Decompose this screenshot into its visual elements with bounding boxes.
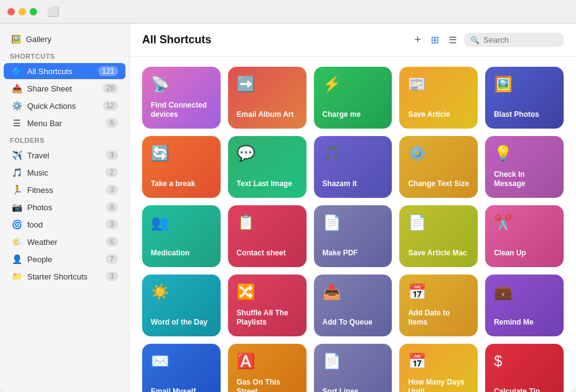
close-button[interactable] (7, 8, 15, 15)
shortcut-card[interactable]: 📄 Sort Lines (314, 344, 392, 392)
shortcut-label: How Many Days Until (408, 378, 469, 392)
page-title: All Shortcuts (142, 33, 404, 46)
all-shortcuts-icon: 🔷 (11, 66, 22, 76)
add-button[interactable]: + (412, 31, 423, 49)
maximize-button[interactable] (30, 8, 37, 15)
shortcut-card[interactable]: 🅰️ Gas On This Street (228, 344, 307, 392)
photos-label: Photos (27, 203, 101, 212)
menu-bar-count: 6 (106, 118, 118, 128)
sidebar-item-gallery[interactable]: 🖼️ Gallery (4, 32, 125, 47)
list-view-button[interactable]: ☰ (446, 32, 459, 48)
shortcut-label: Make PDF (323, 249, 384, 258)
shortcut-icon: 📅 (408, 283, 469, 300)
all-shortcuts-count: 121 (98, 66, 118, 76)
sidebar-item-share-sheet[interactable]: 📤 Share Sheet 28 (4, 80, 125, 96)
sidebar-item-menu-bar[interactable]: ☰ Menu Bar 6 (4, 115, 125, 131)
main-layout: 🖼️ Gallery Shortcuts 🔷 All Shortcuts 121… (0, 23, 576, 392)
shortcut-card[interactable]: 💡 Check In Message (485, 136, 564, 198)
people-icon: 👤 (11, 254, 22, 264)
gallery-icon: 🖼️ (11, 35, 21, 44)
shortcut-card[interactable]: 📡 Find Connected devices (142, 67, 221, 129)
shortcut-card[interactable]: 📅 Add Date to Items (399, 275, 478, 336)
shortcut-card[interactable]: 💬 Text Last Image (228, 136, 307, 198)
all-shortcuts-label: All Shortcuts (27, 67, 93, 76)
shortcut-card[interactable]: ➡️ Email Album Art (228, 67, 307, 129)
sidebar-item-travel[interactable]: ✈️ Travel 3 (4, 147, 125, 163)
sidebar: 🖼️ Gallery Shortcuts 🔷 All Shortcuts 121… (0, 23, 130, 392)
minimize-button[interactable] (19, 8, 26, 15)
sidebar-item-people[interactable]: 👤 People 7 (4, 251, 125, 267)
shortcut-card[interactable]: 👥 Medication (142, 205, 221, 267)
weather-icon: 🌤️ (11, 237, 22, 247)
shortcut-label: Email Myself (151, 387, 212, 392)
shortcut-icon: 🖼️ (494, 75, 555, 93)
shortcut-card[interactable]: ⚡ Charge me (314, 67, 392, 129)
shortcut-icon: 🔀 (237, 283, 298, 300)
gallery-label: Gallery (26, 35, 51, 44)
sidebar-item-photos[interactable]: 📷 Photos 8 (4, 199, 125, 215)
shortcut-icon: ☀️ (151, 283, 212, 300)
photos-icon: 📷 (11, 202, 22, 212)
shortcut-label: Blast Photos (494, 110, 555, 120)
quick-actions-label: Quick Actions (27, 101, 98, 111)
shortcut-card[interactable]: 📅 How Many Days Until (399, 344, 478, 392)
shortcut-card[interactable]: 🔄 Take a break (142, 136, 221, 198)
weather-count: 6 (106, 237, 118, 247)
quick-actions-count: 12 (103, 101, 118, 111)
shortcut-icon: ✂️ (494, 214, 555, 231)
shortcut-card[interactable]: 📥 Add To Queue (314, 275, 392, 336)
shortcut-label: Save Article Mac (408, 249, 469, 258)
sidebar-item-weather[interactable]: 🌤️ Weather 6 (4, 234, 125, 250)
sidebar-item-quick-actions[interactable]: ⚙️ Quick Actions 12 (4, 98, 125, 114)
content-header: All Shortcuts + ⊞ ☰ 🔍 (130, 23, 576, 57)
share-sheet-label: Share Sheet (27, 84, 98, 93)
shortcut-card[interactable]: ☀️ Word of the Day (142, 275, 221, 336)
shortcut-label: Email Album Art (237, 110, 298, 120)
shortcut-label: Sort Lines (323, 387, 384, 392)
folders-section-label: Folders (0, 132, 129, 147)
music-label: Music (27, 168, 101, 177)
shortcut-label: Add Date to Items (408, 309, 469, 328)
shortcut-icon: 🅰️ (237, 352, 298, 370)
starter-icon: 📁 (11, 271, 22, 281)
sidebar-item-food[interactable]: 🌀 food 3 (4, 216, 125, 232)
sidebar-item-starter[interactable]: 📁 Starter Shortcuts 3 (4, 268, 125, 284)
shortcut-card[interactable]: ✉️ Email Myself (142, 344, 221, 392)
shortcut-card[interactable]: $ Calculate Tip (485, 344, 564, 392)
shortcut-icon: ✉️ (151, 352, 212, 370)
quick-actions-icon: ⚙️ (11, 101, 22, 111)
grid-view-button[interactable]: ⊞ (428, 32, 441, 48)
shortcut-icon: $ (494, 352, 555, 370)
shortcut-card[interactable]: 🎵 Shazam it (314, 136, 392, 198)
shortcut-card[interactable]: 💼 Remind Me (485, 275, 564, 336)
travel-label: Travel (27, 151, 101, 160)
shortcut-label: Remind Me (494, 318, 555, 328)
shortcut-card[interactable]: 📋 Contact sheet (228, 205, 307, 267)
sidebar-item-all-shortcuts[interactable]: 🔷 All Shortcuts 121 (4, 63, 125, 79)
shortcut-card[interactable]: 🖼️ Blast Photos (485, 67, 564, 129)
shortcut-icon: 📥 (323, 283, 384, 300)
shortcut-card[interactable]: 📄 Save Article Mac (399, 205, 478, 267)
starter-count: 3 (106, 271, 118, 281)
sidebar-toggle-icon[interactable]: ⬜ (47, 6, 59, 17)
shortcut-card[interactable]: ⚙️ Change Text Size (399, 136, 478, 198)
sidebar-item-fitness[interactable]: 🏃 Fitness 3 (4, 182, 125, 198)
shortcut-card[interactable]: 📰 Save Article (399, 67, 478, 129)
shortcuts-section-label: Shortcuts (0, 48, 129, 62)
search-input[interactable] (483, 35, 557, 45)
shortcut-card[interactable]: ✂️ Clean Up (485, 205, 564, 267)
shortcut-label: Gas On This Street (237, 378, 298, 392)
shortcut-icon: 📅 (408, 352, 469, 370)
people-label: People (27, 255, 101, 264)
titlebar: ⬜ (0, 0, 576, 23)
shortcut-label: Word of the Day (151, 318, 212, 328)
shortcut-label: Shuffle All The Playlists (237, 309, 298, 328)
sidebar-item-music[interactable]: 🎵 Music 2 (4, 164, 125, 181)
weather-label: Weather (27, 237, 101, 247)
shortcut-card[interactable]: 🔀 Shuffle All The Playlists (228, 275, 307, 336)
starter-label: Starter Shortcuts (27, 272, 101, 281)
food-count: 3 (106, 219, 118, 229)
music-count: 2 (106, 168, 118, 177)
shortcut-card[interactable]: 📄 Make PDF (314, 205, 392, 267)
share-sheet-icon: 📤 (11, 83, 22, 93)
